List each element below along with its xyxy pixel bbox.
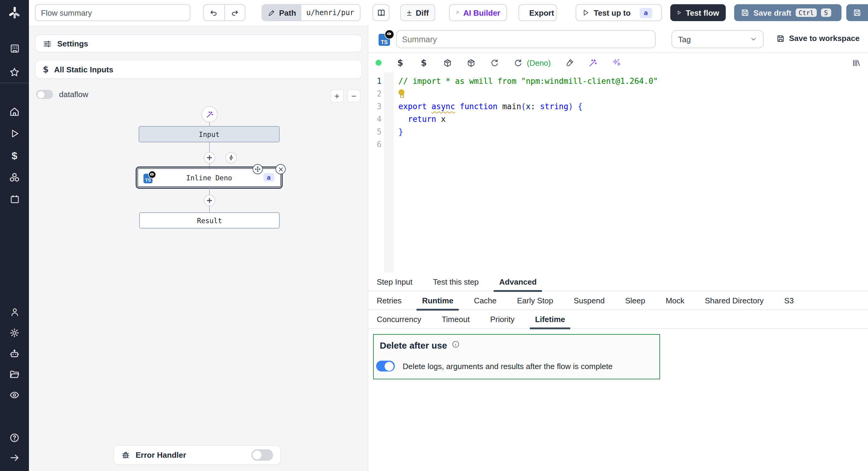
code-line[interactable]: [398, 138, 868, 151]
docs-button[interactable]: [373, 4, 390, 21]
move-step-button[interactable]: [253, 164, 263, 174]
tab-step-input[interactable]: Step Input: [375, 272, 414, 291]
tab-concurrency[interactable]: Concurrency: [375, 310, 422, 328]
code-editor[interactable]: 123456 // import * as wmill from "npm:wi…: [368, 72, 868, 273]
user-icon[interactable]: [7, 304, 22, 319]
tab-priority[interactable]: Priority: [489, 310, 516, 328]
redo-icon: [230, 8, 239, 17]
schedules-icon[interactable]: [7, 192, 22, 206]
line-number: 1: [368, 75, 381, 87]
tab-shared-directory[interactable]: Shared Directory: [704, 291, 765, 310]
insert-resource-icon[interactable]: $: [419, 58, 429, 67]
sidebar: $: [0, 0, 29, 471]
zoom-in-button[interactable]: +: [330, 89, 344, 102]
code-line[interactable]: [398, 87, 868, 100]
code-token: [398, 115, 408, 124]
workers-robot-icon[interactable]: [7, 347, 22, 361]
tab-cache[interactable]: Cache: [472, 291, 498, 310]
tab-runtime[interactable]: Runtime: [421, 291, 455, 310]
tab-advanced[interactable]: Advanced: [498, 272, 538, 291]
zoom-out-label: −: [351, 91, 356, 101]
variables-icon[interactable]: $: [7, 148, 22, 163]
zoom-out-button[interactable]: −: [347, 89, 361, 102]
code-line[interactable]: // import * as wmill from "npm:windmill-…: [398, 75, 868, 87]
lightning-icon: [228, 154, 235, 161]
home-icon[interactable]: [7, 104, 22, 119]
error-handler-toggle[interactable]: [251, 449, 273, 461]
library-icon[interactable]: [851, 58, 861, 67]
bug-icon: [121, 450, 130, 460]
tab-retries[interactable]: Retries: [375, 291, 403, 310]
input-node[interactable]: Input: [138, 126, 280, 142]
undo-button[interactable]: [204, 8, 224, 17]
windmill-logo[interactable]: [7, 5, 22, 20]
insert-step-button-2[interactable]: [204, 195, 215, 206]
test-up-to-step-badge[interactable]: a: [640, 7, 652, 18]
flow-summary-input[interactable]: [35, 4, 190, 21]
collapse-arrow-icon[interactable]: [7, 450, 22, 465]
folders-icon[interactable]: [7, 367, 22, 382]
code-line[interactable]: return x: [398, 113, 868, 125]
result-node[interactable]: Result: [139, 212, 280, 229]
tab-mock[interactable]: Mock: [664, 291, 686, 310]
ai-wand-icon[interactable]: [588, 58, 598, 67]
tab-s3[interactable]: S3: [783, 291, 795, 310]
export-button[interactable]: Export: [518, 4, 557, 21]
deno-logo: [384, 30, 394, 39]
tab-timeout[interactable]: Timeout: [440, 310, 471, 328]
code-lines[interactable]: // import * as wmill from "npm:windmill-…: [394, 72, 868, 273]
flow-settings-button[interactable]: Settings: [35, 34, 362, 53]
diff-button[interactable]: ± Diff: [400, 4, 435, 21]
redo-button[interactable]: [224, 8, 245, 17]
format-brush-icon[interactable]: [565, 58, 575, 67]
line-numbers: 123456: [368, 72, 381, 273]
lightbulb-icon[interactable]: [398, 89, 405, 98]
delete-after-use-box: Delete after use Delete logs, arguments …: [373, 334, 660, 379]
insert-trigger-button[interactable]: [225, 152, 237, 164]
dataflow-toggle[interactable]: [36, 90, 53, 99]
package-icon[interactable]: [442, 58, 452, 67]
reload-language-icon[interactable]: [513, 58, 523, 67]
tab-sleep[interactable]: Sleep: [624, 291, 647, 310]
runs-icon[interactable]: [7, 126, 22, 141]
audit-eye-icon[interactable]: [7, 388, 22, 402]
path-button[interactable]: Path: [262, 4, 301, 21]
save-to-workspace-button[interactable]: Save to workspace: [776, 34, 860, 43]
test-up-to-button[interactable]: Test up to a: [576, 4, 662, 21]
plus-minus-icon: ±: [407, 8, 411, 18]
settings-gear-icon[interactable]: [7, 326, 22, 340]
tag-select[interactable]: Tag: [672, 30, 764, 48]
info-icon[interactable]: [451, 340, 460, 350]
insert-variable-icon[interactable]: $: [396, 58, 405, 67]
tab-lifetime[interactable]: Lifetime: [534, 310, 566, 328]
all-static-inputs-button[interactable]: $ All Static Inputs: [35, 60, 362, 79]
play-icon: [582, 9, 590, 16]
path-value[interactable]: u/henri/pur: [301, 4, 360, 21]
help-icon[interactable]: [7, 431, 22, 445]
insert-step-button[interactable]: [204, 152, 215, 164]
error-handler-bar[interactable]: Error Handler: [113, 445, 281, 465]
tab-suspend[interactable]: Suspend: [572, 291, 606, 310]
save-draft-button[interactable]: Save draft Ctrl S: [734, 4, 841, 21]
delete-after-use-toggle[interactable]: [376, 361, 395, 372]
tab-test-this-step[interactable]: Test this step: [432, 272, 480, 291]
step-summary-input[interactable]: [396, 30, 656, 48]
ts-badge-text: TS: [381, 39, 388, 45]
ai-flow-wand-button[interactable]: [201, 106, 218, 122]
dollar-icon: $: [43, 64, 49, 74]
delete-step-button[interactable]: [276, 164, 286, 174]
ai-sparkles-icon[interactable]: [612, 58, 621, 67]
test-flow-button[interactable]: Test flow: [670, 4, 726, 21]
export-label: Export: [529, 8, 554, 17]
refresh-icon[interactable]: [490, 58, 499, 67]
deploy-button[interactable]: [846, 4, 868, 21]
package-icon-2[interactable]: [466, 58, 475, 67]
save-icon-2: [853, 8, 861, 17]
ai-builder-button[interactable]: AI Builder: [449, 4, 507, 21]
resources-icon[interactable]: [7, 170, 22, 184]
workspace-icon[interactable]: [7, 41, 22, 56]
tab-early-stop[interactable]: Early Stop: [516, 291, 555, 310]
code-line[interactable]: }: [398, 125, 868, 138]
favorites-star-icon[interactable]: [7, 65, 22, 80]
code-line[interactable]: export async function main(x: string) {: [398, 100, 868, 113]
